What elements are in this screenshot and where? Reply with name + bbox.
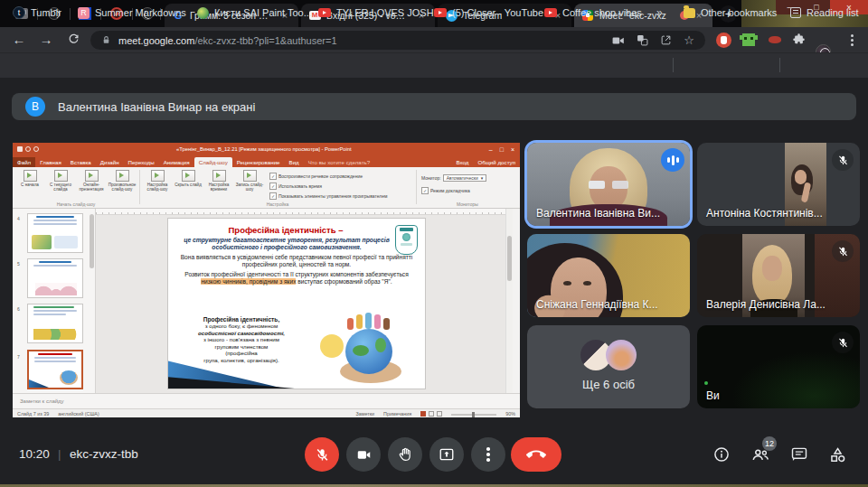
translate-icon[interactable] (637, 34, 648, 46)
ppt-monitor-label: Монитор: (421, 175, 441, 181)
bookmark-tumblr[interactable]: t Tumblr (13, 0, 61, 25)
bookmark-label: Tumblr (31, 7, 61, 18)
reload-button[interactable] (63, 32, 83, 52)
slide-paragraph-1: Вона виявляється в усвідомленні себе пре… (177, 254, 416, 268)
ppt-btn-rehearse: Настройка времени (203, 183, 234, 192)
thumbs-scrollbar[interactable] (90, 214, 94, 268)
bookmark-sai-brushes[interactable]: Кисти SAI Paint Too... (197, 0, 312, 25)
presentation-screenshare[interactable]: «Тренінг_Винар_В_12.21 [Режим защищенног… (13, 143, 520, 417)
other-bookmarks-button[interactable]: Other bookmarks (684, 0, 777, 25)
avatar-cluster (580, 340, 637, 370)
back-button[interactable]: ← (9, 30, 29, 50)
ppt-check-narration: Воспроизвести речевое сопровождение (278, 173, 363, 179)
info-icon (712, 445, 731, 464)
reading-list-button[interactable]: Reading list (790, 0, 858, 25)
ppt-notes-pane: Заметки к слайду (13, 393, 520, 408)
status-dot (704, 381, 708, 385)
menu-kebab-icon[interactable] (844, 32, 859, 48)
raise-hand-button[interactable] (388, 437, 422, 472)
participant-tile-antonina[interactable]: Антоніна Костянтинів... (697, 143, 860, 226)
checkbox-icon: ✓ (421, 187, 429, 194)
ppt-window-title: «Тренінг_Винар_В_12.21 [Режим защищенног… (39, 146, 489, 152)
activities-button[interactable] (825, 442, 850, 467)
bookmark-tyler-loves-josh[interactable]: TYLER LOVES JOSH (318, 0, 434, 25)
bookmarks-overflow-button[interactable]: » (656, 0, 663, 25)
overflow-chevron-icon: » (656, 6, 663, 19)
extension-lips-icon[interactable] (769, 36, 781, 43)
slide-thumbnail (27, 213, 83, 253)
mic-off-icon (315, 447, 330, 463)
mic-button[interactable] (305, 437, 339, 472)
bookmark-summer-markdowns[interactable]: R Summer Markdowns (78, 0, 186, 25)
participant-name: Валентина Іванівна Ви... (536, 207, 660, 220)
bookmark-star-icon[interactable]: ☆ (684, 34, 694, 46)
camera-button[interactable] (346, 437, 381, 472)
ppt-close-icon: × (511, 146, 514, 153)
people-count-badge: 12 (762, 436, 777, 451)
slide-subtitle: це структурне багатоаспектне утворення, … (181, 237, 392, 251)
ppt-btn-record: Запись слайд-шоу (234, 183, 265, 192)
bookmarks-bar (0, 52, 868, 78)
extension-blocker-icon[interactable] (716, 33, 731, 48)
present-button[interactable] (429, 437, 464, 472)
bookmark-closer-youtube[interactable]: (5) Closer - YouTube (434, 0, 543, 25)
ppt-slide-counter: Слайд 7 из 39 (17, 411, 49, 417)
ppt-check-presenter-view: Режим докладчика (430, 188, 470, 193)
browser-window: G Гримм: 3 сезон 22 с × M Вхідні (325) -… (0, 0, 868, 487)
person-glasses (589, 181, 605, 189)
checkbox-icon: ✓ (269, 173, 277, 180)
slide-canvas: Професійна ідентичність – це структурне … (168, 219, 425, 389)
participant-tile-valeriia[interactable]: Валерія Денисівна Ла... (697, 234, 860, 317)
raise-hand-icon (397, 446, 413, 463)
ppt-tab-slideshow: Слайд-шоу (194, 157, 232, 167)
person-eye (563, 281, 571, 286)
ppt-zoom-slider (451, 414, 496, 416)
url-host: meet.google.com (118, 35, 194, 46)
ppt-status-bar: Слайд 7 из 39 английский (США) Заметки П… (13, 408, 520, 417)
bookmark-label: Other bookmarks (701, 7, 777, 18)
participant-tile-valentyna[interactable]: Валентина Іванівна Ви... (527, 143, 690, 226)
ppt-tab-transitions: Переходы (124, 157, 159, 167)
ppt-tab-animations: Анимация (159, 157, 194, 167)
slide-scrollbar[interactable] (505, 209, 513, 393)
reading-list-icon (790, 7, 801, 18)
ppt-notes-toggle: Заметки (355, 411, 374, 417)
people-button[interactable]: 12 (748, 442, 773, 467)
youtube-icon (434, 8, 447, 17)
extension-monster-icon[interactable] (742, 33, 755, 46)
mic-off-badge (832, 240, 854, 262)
mic-off-badge (832, 332, 854, 353)
share-icon[interactable] (660, 34, 672, 46)
person-eye (583, 281, 591, 286)
info-button[interactable] (709, 442, 734, 467)
dropdown-arrow-icon: ▾ (481, 175, 484, 181)
thumb-number: 6 (17, 306, 20, 312)
ppt-group-start: Начать слайд-шоу (14, 201, 137, 207)
ppt-btn-setup: Настройка слайд-шоу (142, 183, 173, 192)
address-bar[interactable]: meet.google.com /ekc-zvxz-tbb?pli=1&auth… (90, 31, 705, 50)
you-tile[interactable]: Ви (697, 325, 860, 408)
ppt-thumbnail-panel: 4 5 6 7 (13, 209, 96, 393)
bookmark-coffee-shop-vibes[interactable]: Coffee shop vibes (544, 0, 642, 25)
tab-camera-icon[interactable] (612, 35, 625, 46)
participant-tile-snizhana[interactable]: Сніжана Геннадіївна К... (527, 234, 690, 317)
ppt-ruler (96, 209, 513, 215)
extensions-puzzle-icon[interactable] (792, 33, 806, 50)
speaking-indicator (661, 148, 684, 172)
chat-button[interactable] (787, 442, 812, 467)
slide-emblem (395, 225, 418, 255)
ppt-tab-insert: Вставка (66, 157, 96, 167)
bookmark-label: Summer Markdowns (95, 7, 186, 18)
more-people-tile[interactable]: Ще 6 осіб (527, 325, 690, 408)
more-options-button[interactable] (471, 437, 505, 472)
forward-button[interactable]: → (36, 30, 56, 50)
slide-thumbnail (27, 258, 83, 298)
slide-title: Професійна ідентичність – (177, 225, 394, 235)
url-path: /ekc-zvxz-tbb?pli=1&authuser=1 (194, 35, 336, 46)
person-glasses (612, 181, 628, 189)
highlighted-text: низкою чинників, провідним з яких (201, 278, 296, 285)
ppt-view-slideshow-icon (437, 411, 442, 417)
ppt-btn-custom: Произвольное слайд-шоу (107, 183, 137, 192)
slide-text-box: Професійна ідентичність, з одного боку, … (174, 316, 309, 364)
end-call-button[interactable] (511, 437, 561, 472)
